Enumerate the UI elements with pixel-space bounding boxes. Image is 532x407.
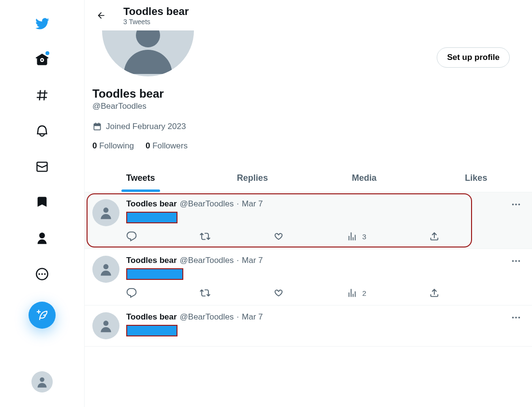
notifications-icon[interactable] [30,119,54,143]
redacted-content [126,212,177,223]
tweet-date: Mar 7 [242,199,263,209]
svg-point-8 [515,204,517,205]
joined-date: Joined February 2023 [92,122,524,131]
tweet-more-button[interactable] [511,312,521,325]
tab-tweets[interactable]: Tweets [85,164,196,192]
svg-point-9 [518,204,520,205]
tweet-more-button[interactable] [511,256,521,268]
following-label: Following [99,141,134,150]
tweet-date: Mar 7 [242,256,263,265]
tab-media[interactable]: Media [309,164,420,192]
svg-point-5 [136,30,160,47]
tweet[interactable]: Toodles bear @BearToodles · Mar 7 3 [85,192,532,249]
svg-point-7 [512,204,514,205]
tweet-avatar[interactable] [92,256,119,283]
profile-icon[interactable] [30,226,54,250]
svg-point-14 [103,320,109,326]
share-button[interactable] [429,231,440,242]
views-button[interactable]: 2 [347,288,366,298]
svg-point-16 [515,317,517,319]
calendar-icon [92,122,102,131]
like-button[interactable] [273,288,284,298]
tweet-author-handle: @BearToodles [180,199,234,209]
tab-replies[interactable]: Replies [196,164,308,192]
profile-tabs: Tweets Replies Media Likes [85,164,532,192]
svg-point-11 [512,260,514,262]
share-button[interactable] [429,288,440,298]
tweet-date: Mar 7 [242,312,263,322]
reply-button[interactable] [126,288,137,298]
svg-point-13 [518,260,520,262]
views-button[interactable]: 3 [347,231,366,242]
svg-point-1 [38,273,40,275]
following-count: 0 [92,141,97,150]
explore-icon[interactable] [30,83,54,107]
main-content: Toodles bear 3 Tweets Set up profile Too… [85,0,532,407]
twitter-logo-icon[interactable] [30,12,54,36]
tweet-author-handle: @BearToodles [180,256,234,265]
home-icon[interactable] [30,47,54,72]
back-button[interactable] [92,7,110,24]
svg-point-17 [518,317,520,319]
svg-point-4 [40,378,44,382]
messages-icon[interactable] [30,155,54,179]
svg-point-6 [103,207,109,213]
redacted-content [126,268,183,280]
compose-button[interactable] [29,302,56,329]
account-avatar[interactable] [31,371,53,392]
tweet-author-handle: @BearToodles [180,312,234,322]
like-button[interactable] [273,231,284,242]
views-count: 2 [362,289,366,297]
header-title: Toodles bear [123,5,189,18]
svg-point-2 [41,273,43,275]
header-subtitle: 3 Tweets [123,18,189,26]
redacted-content [126,325,177,336]
tweet-avatar[interactable] [92,199,119,226]
sidebar [0,0,85,407]
tweet-author-name: Toodles bear [126,199,177,209]
reply-button[interactable] [126,231,137,242]
svg-point-15 [512,317,514,319]
tweet[interactable]: Toodles bear @BearToodles · Mar 7 2 [85,249,532,305]
profile-name: Toodles bear [92,87,524,101]
setup-profile-button[interactable]: Set up profile [437,47,510,68]
tweet[interactable]: Toodles bear @BearToodles · Mar 7 [85,305,532,347]
views-count: 3 [362,233,366,241]
header-bar: Toodles bear 3 Tweets [85,0,532,30]
retweet-button[interactable] [200,231,210,242]
svg-point-12 [515,260,517,262]
followers-count: 0 [146,141,150,150]
followers-label: Followers [152,141,188,150]
bookmarks-icon[interactable] [30,190,54,215]
joined-text: Joined February 2023 [106,122,186,131]
tweet-avatar[interactable] [92,312,119,339]
tweet-more-button[interactable] [511,199,521,212]
followers-link[interactable]: 0 Followers [146,141,188,151]
following-link[interactable]: 0 Following [92,141,134,151]
tweet-author-name: Toodles bear [126,312,177,322]
retweet-button[interactable] [200,288,210,298]
svg-point-10 [103,264,109,269]
more-icon[interactable] [30,262,54,286]
notification-dot [45,51,49,55]
tweet-author-name: Toodles bear [126,256,177,265]
tab-likes[interactable]: Likes [420,164,532,192]
svg-point-3 [44,273,46,275]
profile-handle: @BearToodles [92,102,524,111]
